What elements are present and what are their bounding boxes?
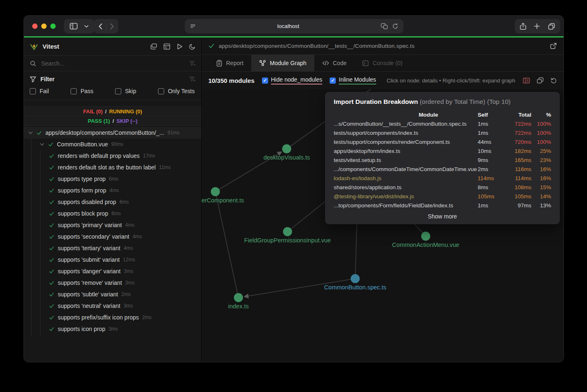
tab-module-graph[interactable]: Module Graph: [251, 55, 314, 71]
module-node[interactable]: [421, 232, 430, 241]
duration-table-row[interactable]: ...top/components/Form/fields/FieldDate/…: [334, 201, 551, 210]
test-case-row[interactable]: supports 'remove' variant3ms: [24, 277, 201, 289]
duration-table-row[interactable]: .../components/CommonDateTime/CommonDate…: [334, 164, 551, 174]
toggle-legend-button[interactable]: [523, 77, 530, 84]
test-duration: 17ms: [143, 153, 155, 159]
filter-checkbox-skip[interactable]: Skip: [115, 88, 136, 94]
address-bar[interactable]: localhost: [185, 19, 403, 33]
test-case-row[interactable]: supports icon prop3ms: [24, 323, 201, 335]
theme-toggle-button[interactable]: [189, 43, 196, 50]
test-case-row[interactable]: supports 'submit' variant12ms: [24, 254, 201, 265]
test-name: renders with default prop values: [58, 153, 139, 159]
tab-console[interactable]: Console (0): [354, 55, 410, 71]
collapse-all-button[interactable]: [150, 43, 157, 50]
sidebar-menu-chevron-button[interactable]: [83, 23, 90, 30]
test-case-row[interactable]: supports 'tertiary' variant4ms: [24, 242, 201, 254]
duration-table-row[interactable]: tests/support/components/index.ts1ms722m…: [334, 128, 551, 137]
open-in-editor-button[interactable]: [550, 42, 557, 49]
legend-icon: [523, 77, 530, 84]
back-button[interactable]: [97, 21, 104, 31]
test-case-row[interactable]: supports 'secondary' variant4ms: [24, 231, 201, 242]
duration-table-row[interactable]: lodash-es/lodash.js114ms114ms16%: [334, 174, 551, 183]
test-pass-icon: [49, 200, 54, 205]
filter-checkbox-fail[interactable]: Fail: [30, 88, 49, 94]
detach-graph-button[interactable]: [537, 77, 544, 84]
close-window-button[interactable]: [32, 23, 38, 29]
test-pass-icon: [49, 269, 54, 274]
self-time: 1ms: [478, 202, 504, 209]
search-input[interactable]: [40, 60, 185, 67]
tab-overview-button[interactable]: [546, 21, 557, 32]
share-button[interactable]: [518, 21, 528, 32]
hide-node-modules-checkbox[interactable]: ✓ Hide node_modules: [262, 76, 323, 85]
dashboard-button[interactable]: [163, 43, 170, 50]
browser-sidebar-toggle-button[interactable]: [68, 21, 79, 31]
test-pass-icon: [49, 303, 54, 309]
duration-table-row[interactable]: ...s/CommonButton/__tests__/CommonButton…: [334, 119, 551, 128]
checkbox-label: Pass: [80, 88, 93, 94]
test-case-row[interactable]: supports disabled prop6ms: [24, 196, 201, 208]
sidebar-toggle-icon: [70, 23, 78, 30]
tab-label: Report: [226, 60, 243, 66]
test-name: supports 'tertiary' variant: [58, 245, 120, 251]
test-case-row[interactable]: supports 'neutral' variant3ms: [24, 300, 201, 312]
module-node[interactable]: [234, 293, 243, 302]
tab-report[interactable]: Report: [208, 55, 251, 71]
clear-search-filter-icon[interactable]: [189, 61, 196, 66]
total-time: 722ms: [504, 130, 531, 136]
duration-table-row[interactable]: tests/support/components/renderComponent…: [334, 137, 551, 146]
test-suite-row[interactable]: CommonButton.vue90ms: [24, 138, 201, 150]
clear-filter-icon[interactable]: [189, 76, 196, 82]
test-case-row[interactable]: supports 'danger' variant3ms: [24, 265, 201, 277]
test-case-row[interactable]: renders default slot as the button label…: [24, 162, 201, 173]
run-all-button[interactable]: [177, 43, 183, 50]
module-graph-canvas[interactable]: desktopVisuals.tserComponent.tsFieldGrou…: [202, 89, 563, 362]
self-time: 9ms: [478, 157, 504, 163]
total-time: 97ms: [504, 202, 531, 209]
test-case-row[interactable]: renders with default prop values17ms: [24, 150, 201, 162]
checked-checkbox-icon: ✓: [262, 77, 268, 84]
duration-table-row[interactable]: apps/desktop/form/index.ts10ms182ms25%: [334, 146, 551, 155]
module-node[interactable]: [351, 274, 360, 283]
test-case-row[interactable]: supports 'subtle' variant2ms: [24, 289, 201, 300]
filter-checkbox-only-tests[interactable]: Only Tests: [158, 88, 195, 94]
self-time: 1ms: [478, 121, 504, 127]
filter-checkbox-pass[interactable]: Pass: [71, 88, 93, 94]
chevron-down-icon[interactable]: [28, 131, 33, 135]
test-case-row[interactable]: supports 'primary' variant4ms: [24, 219, 201, 231]
duration-table-row[interactable]: tests/vitest.setup.ts9ms165ms23%: [334, 155, 551, 164]
chevron-down-icon[interactable]: [40, 143, 45, 146]
test-file-row[interactable]: apps/desktop/components/CommonButton/_..…: [24, 127, 201, 138]
minimize-window-button[interactable]: [41, 23, 47, 29]
test-case-row[interactable]: supports type prop6ms: [24, 173, 201, 185]
translate-icon[interactable]: [381, 23, 388, 29]
skip-count: SKIP (--): [116, 118, 137, 124]
reset-graph-button[interactable]: [550, 77, 557, 84]
test-case-row[interactable]: supports prefix/suffix icon props2ms: [24, 312, 201, 323]
inline-modules-checkbox[interactable]: ✓ Inline Modules: [330, 76, 376, 85]
fullscreen-window-button[interactable]: [50, 23, 56, 29]
module-node[interactable]: [283, 227, 292, 236]
total-time: 116ms: [504, 166, 531, 172]
forward-button[interactable]: [108, 21, 116, 31]
module-node[interactable]: [282, 144, 291, 153]
test-case-row[interactable]: supports form prop4ms: [24, 185, 201, 196]
test-name: supports 'neutral' variant: [58, 303, 120, 309]
overlap-windows-icon: [537, 77, 544, 84]
module-node[interactable]: [211, 187, 220, 196]
show-more-link[interactable]: Show more: [334, 213, 551, 220]
self-time: 8ms: [478, 184, 504, 190]
test-case-row[interactable]: supports block prop6ms: [24, 208, 201, 219]
duration-table-row[interactable]: shared/stores/application.ts8ms108ms15%: [334, 183, 551, 192]
browser-window: localhost: [24, 16, 563, 362]
new-tab-button[interactable]: [532, 21, 542, 31]
reload-icon[interactable]: [392, 23, 398, 29]
test-duration: 90ms: [111, 141, 123, 147]
checkbox-icon: [71, 88, 77, 94]
tab-code[interactable]: Code: [314, 55, 354, 71]
duration-table-row[interactable]: @testing-library/vue/dist/index.js105ms1…: [334, 192, 551, 201]
browser-sidebar-group: [64, 19, 94, 33]
test-name: supports type prop: [58, 176, 106, 182]
test-pass-icon: [49, 292, 54, 297]
page-format-icon[interactable]: [190, 23, 196, 29]
